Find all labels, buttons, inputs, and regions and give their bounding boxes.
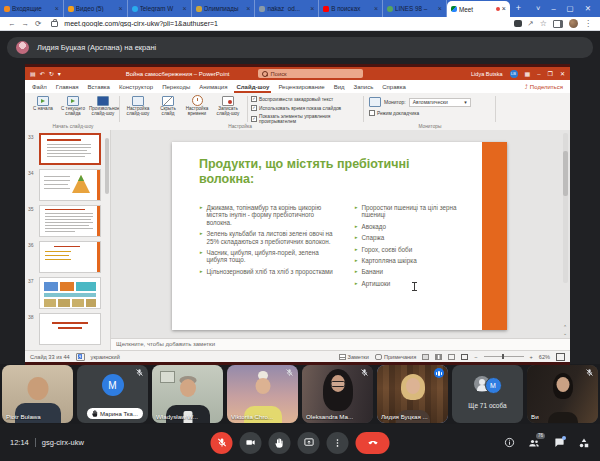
slide-thumbnail-panel[interactable]: 33 34 35 36 [25, 130, 111, 350]
close-tab-icon[interactable]: × [246, 6, 250, 12]
record-slideshow-button[interactable]: Записать слайд-шоу [213, 95, 243, 116]
redo-icon[interactable]: ↻ [49, 70, 54, 77]
thumbnail-slot[interactable]: 37 [25, 276, 110, 310]
close-tab-icon[interactable]: × [502, 6, 506, 12]
ribbon-tab-record[interactable]: Запись [354, 81, 374, 93]
notes-toggle[interactable]: Заметки [339, 354, 369, 360]
ribbon-tab-design[interactable]: Конструктор [119, 81, 153, 93]
reading-view-icon[interactable] [448, 354, 455, 360]
side-panel-icon[interactable] [553, 20, 563, 28]
ribbon-tab-animations[interactable]: Анимация [199, 81, 227, 93]
slide-left-column[interactable]: ►Джикама, топінамбур та корінь цикорію м… [199, 204, 339, 279]
slide-nav-buttons[interactable]: ⌃⌄ [561, 324, 569, 336]
zoom-slider[interactable] [484, 356, 524, 357]
zoom-level[interactable]: 62% [539, 354, 550, 360]
save-icon[interactable]: ▤ [30, 70, 36, 77]
meeting-details-button[interactable] [503, 437, 515, 449]
ppt-search-box[interactable]: Поиск [258, 69, 363, 78]
ppt-close-icon[interactable]: ✕ [560, 70, 565, 77]
tab-search-icon[interactable]: ˅ [536, 4, 540, 13]
present-screen-button[interactable] [298, 432, 320, 454]
close-tab-icon[interactable]: × [55, 6, 59, 12]
participants-panel-button[interactable]: 76 [528, 437, 540, 449]
ppt-restore-icon[interactable]: ❐ [548, 70, 553, 77]
participant-tile-oleksandra[interactable]: Oleksandra Ma... [302, 365, 373, 423]
minimize-window-icon[interactable]: – [551, 4, 555, 13]
tab-telegram[interactable]: Telegram W× [128, 0, 192, 17]
thumbnail-slot[interactable]: 34 [25, 168, 110, 202]
current-slide[interactable]: Продукти, що містять пребіотичні волокна… [172, 142, 507, 330]
zoom-in-icon[interactable]: + [530, 354, 533, 360]
bookmark-star-icon[interactable]: ☆ [540, 19, 547, 28]
ribbon-tab-insert[interactable]: Вставка [88, 81, 110, 93]
lock-icon[interactable] [51, 21, 58, 27]
ribbon-tab-help[interactable]: Справка [382, 81, 406, 93]
participant-tile-wladyslaw[interactable]: Władysław W... [152, 365, 223, 423]
language-indicator[interactable]: украинский [91, 354, 120, 360]
close-tab-icon[interactable]: × [119, 6, 123, 12]
thumbnail-scrollbar[interactable] [105, 138, 109, 194]
slide-right-column[interactable]: ►Проростки пшениці та цілі зерна пшениці… [354, 204, 476, 291]
tab-lines98[interactable]: LINES 98 –× [383, 0, 447, 17]
url-field[interactable]: meet.google.com/gsg-cirx-ukw?pli=1&authu… [64, 20, 507, 27]
browser-menu-icon[interactable]: ⋮ [584, 19, 592, 28]
from-current-slide-button[interactable]: С текущего слайда [59, 95, 87, 116]
notes-pane[interactable]: Щелкните, чтобы добавить заметки [111, 338, 570, 350]
fit-slide-icon[interactable] [556, 353, 565, 361]
scrollbar-thumb[interactable] [563, 151, 568, 196]
close-tab-icon[interactable]: × [310, 6, 314, 12]
show-controls-checkbox[interactable]: ✓Показать элементы управления проигрыват… [251, 114, 363, 124]
ribbon-tab-transitions[interactable]: Переходы [162, 81, 190, 93]
participant-tile-marina[interactable]: M Марина Тка... [77, 365, 148, 423]
presenter-mode-checkbox[interactable]: Режим докладчика [369, 110, 489, 116]
tab-nakaz[interactable]: nakaz_od...× [255, 0, 319, 17]
monitor-dropdown[interactable]: Автоматически▾ [409, 98, 471, 107]
slideshow-view-icon[interactable] [461, 354, 468, 360]
new-tab-button[interactable]: + [510, 0, 527, 17]
tab-meet-active[interactable]: Meet× [447, 1, 510, 17]
share-page-icon[interactable]: ↗ [528, 17, 534, 31]
maximize-window-icon[interactable]: ▢ [567, 4, 574, 13]
participant-tile-piotr[interactable]: Piotr Buława [2, 365, 73, 423]
ribbon-tab-review[interactable]: Рецензирование [278, 81, 324, 93]
thumbnail-slide-36[interactable] [39, 241, 101, 273]
tab-video[interactable]: Видео (5)× [64, 0, 128, 17]
close-tab-icon[interactable]: × [438, 6, 442, 12]
ribbon-options-icon[interactable]: ▦ [525, 70, 531, 77]
camera-toggle-button[interactable] [240, 432, 262, 454]
thumbnail-slide-33[interactable] [39, 133, 101, 165]
leave-call-button[interactable] [356, 432, 390, 454]
tab-youtube[interactable]: В поисках× [319, 0, 383, 17]
ppt-minimize-icon[interactable]: – [537, 71, 540, 77]
thumbnail-slot[interactable]: 36 [25, 240, 110, 274]
ribbon-tab-view[interactable]: Вид [334, 81, 345, 93]
normal-view-icon[interactable] [422, 354, 429, 360]
ribbon-tab-slideshow[interactable]: Слайд-шоу [236, 81, 269, 93]
ppt-user-avatar[interactable]: LB [510, 70, 518, 78]
participant-tile-viktoriia[interactable]: Viktoriia Chro... [227, 365, 298, 423]
chat-panel-button[interactable] [553, 437, 565, 449]
thumbnail-slot[interactable]: 33 [25, 132, 110, 166]
participant-tile-you[interactable]: Ви [527, 365, 598, 423]
accessibility-icon[interactable]: ♿ [76, 353, 85, 361]
close-tab-icon[interactable]: × [374, 6, 378, 12]
ribbon-tab-home[interactable]: Главная [56, 81, 79, 93]
thumbnail-slide-35[interactable] [39, 205, 101, 237]
share-button[interactable]: ⤴Поделиться [525, 84, 563, 90]
qat-more-icon[interactable]: ▾ [58, 70, 61, 77]
thumbnail-slide-38[interactable] [39, 313, 101, 345]
activities-button[interactable] [578, 437, 590, 449]
mic-toggle-button[interactable] [211, 432, 233, 454]
tab-olympiads[interactable]: Олимпиады× [192, 0, 256, 17]
comments-toggle[interactable]: Примечания [375, 354, 416, 360]
thumbnail-slide-34[interactable] [39, 169, 101, 201]
ribbon-tab-file[interactable]: Файл [32, 81, 47, 93]
close-window-icon[interactable]: ✕ [585, 4, 591, 13]
slide-title[interactable]: Продукти, що містять пребіотичні волокна… [199, 157, 454, 187]
hide-slide-button[interactable]: Скрыть слайд [155, 95, 181, 116]
canvas-scrollbar[interactable] [563, 133, 568, 283]
narration-checkbox[interactable]: ✓Воспроизвести закадровый текст [251, 96, 363, 102]
rehearse-timings-button[interactable]: Настройка времени [183, 95, 211, 116]
zoom-out-icon[interactable]: − [474, 354, 477, 360]
thumbnail-slot[interactable]: 38 [25, 312, 110, 346]
